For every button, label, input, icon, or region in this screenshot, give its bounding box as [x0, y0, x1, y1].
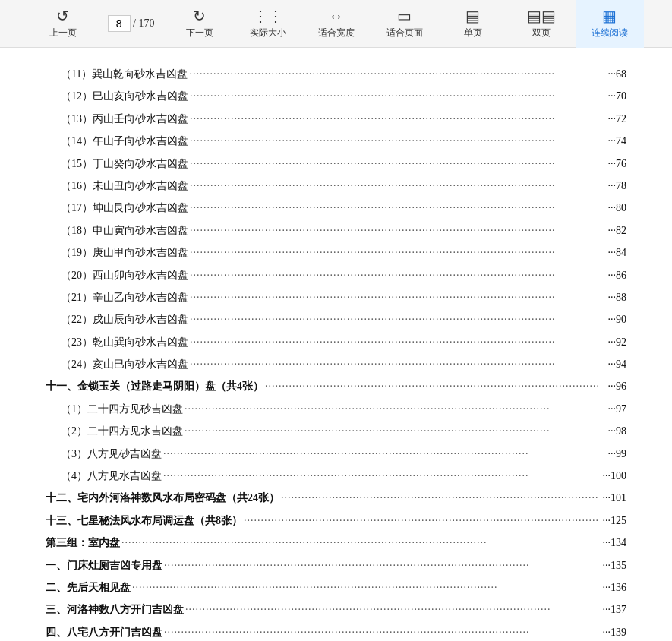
toc-page: ···137 [600, 598, 626, 620]
toc-text: （12）巳山亥向砂水吉凶盘 [46, 85, 188, 107]
toc-text: （2）二十四方见水吉凶盘 [46, 420, 183, 442]
toc-dots: ········································… [190, 175, 598, 197]
toc-text: 十三、七星秘法风水布局调运盘（共8张） [46, 510, 242, 532]
toc-page: ···101 [600, 487, 626, 509]
toc-dots: ········································… [121, 532, 598, 554]
toc-page: ···70 [600, 85, 626, 107]
toc-dots: ········································… [190, 286, 598, 308]
single-page-button[interactable]: ▤ 单页 [439, 0, 507, 48]
toc-item: （4）八方见水吉凶盘······························… [46, 465, 626, 487]
toc-text: （16）未山丑向砂水吉凶盘 [46, 175, 188, 197]
toc-text: （19）庚山甲向砂水吉凶盘 [46, 242, 188, 264]
toc-text: （21）辛山乙向砂水吉凶盘 [46, 286, 188, 308]
toc-item: （15）丁山癸向砂水吉凶盘···························… [46, 153, 626, 175]
toc-item: （12）巳山亥向砂水吉凶盘···························… [46, 85, 626, 107]
toc-dots: ········································… [190, 85, 598, 107]
toc-dots: ········································… [190, 331, 598, 353]
toc-dots: ········································… [132, 576, 598, 598]
toc-dots: ········································… [190, 308, 598, 330]
prev-page-button[interactable]: ↺ 上一页 [29, 0, 97, 48]
next-page-button[interactable]: ↻ 下一页 [166, 0, 234, 48]
toc-page: ···78 [600, 175, 626, 197]
toc-page: ···76 [600, 153, 626, 175]
toc-item: （2）二十四方见水吉凶盘····························… [46, 420, 626, 442]
toc-text: 四、八宅八方开门吉凶盘 [46, 621, 162, 641]
toc-text: 第三组：室内盘 [46, 532, 120, 554]
single-page-icon: ▤ [465, 8, 480, 24]
fit-page-button[interactable]: ▭ 适合页面 [371, 0, 439, 48]
double-page-icon: ▤▤ [527, 8, 556, 24]
toc-text: （23）乾山巽向砂水吉凶盘 [46, 331, 188, 353]
prev-icon: ↺ [56, 8, 69, 24]
fit-page-icon: ▭ [397, 8, 412, 24]
toc-page: ···99 [600, 443, 626, 465]
content-area: （11）巽山乾向砂水吉凶盘···························… [0, 48, 672, 641]
toc-text: 三、河洛神数八方开门吉凶盘 [46, 598, 184, 620]
page-separator: / [131, 17, 139, 30]
toc-item: （24）亥山巳向砂水吉凶盘···························… [46, 353, 626, 375]
toc-text: （22）戌山辰向砂水吉凶盘 [46, 308, 188, 330]
toc-item: （18）申山寅向砂水吉凶盘···························… [46, 219, 626, 242]
toc-item: （23）乾山巽向砂水吉凶盘···························… [46, 331, 626, 353]
toc-page: ···125 [600, 510, 626, 532]
toc-text: （20）西山卯向砂水吉凶盘 [46, 264, 188, 286]
toc-dots: ········································… [265, 375, 598, 397]
toc-dots: ········································… [190, 353, 598, 375]
toc-dots: ········································… [163, 465, 598, 487]
actual-size-button[interactable]: ⋮⋮ 实际大小 [234, 0, 302, 48]
toc-item: （19）庚山甲向砂水吉凶盘···························… [46, 242, 626, 264]
continuous-read-button[interactable]: ▦ 连续阅读 [576, 0, 644, 48]
toc-item: 十二、宅内外河洛神数风水布局密码盘（共24张）·················… [46, 487, 626, 509]
toc-dots: ········································… [164, 621, 598, 641]
total-pages: 170 [138, 17, 154, 30]
toc-item: 四、八宅八方开门吉凶盘·····························… [46, 621, 626, 641]
toc-text: 一、门床灶厕吉凶专用盘 [46, 554, 162, 576]
toc-page: ···98 [600, 420, 626, 442]
toc-text: 十一、金锁玉关（过路走马阴阳）盘（共4张） [46, 375, 263, 397]
toc-item: 十三、七星秘法风水布局调运盘（共8张）·····················… [46, 510, 626, 532]
page-input[interactable] [108, 15, 131, 32]
toc-page: ···74 [600, 130, 626, 152]
fit-width-button[interactable]: ↔ 适合宽度 [302, 0, 371, 48]
next-icon: ↻ [193, 8, 206, 24]
toc-dots: ········································… [185, 598, 598, 620]
toc-text: （1）二十四方见砂吉凶盘 [46, 398, 183, 420]
toc-text: （3）八方见砂吉凶盘 [46, 443, 162, 465]
toc-text: （15）丁山癸向砂水吉凶盘 [46, 153, 188, 175]
toc-item: （16）未山丑向砂水吉凶盘···························… [46, 175, 626, 197]
toc-page: ···86 [600, 264, 626, 286]
toc-item: 第三组：室内盘·································… [46, 532, 626, 554]
toc-item: （3）八方见砂吉凶盘······························… [46, 443, 626, 465]
toc-item: （22）戌山辰向砂水吉凶盘···························… [46, 308, 626, 330]
toc-dots: ········································… [185, 398, 598, 420]
continuous-icon: ▦ [602, 8, 617, 24]
toc-item: （17）坤山艮向砂水吉凶盘···························… [46, 197, 626, 219]
toc-page: ···135 [600, 554, 626, 576]
toc-dots: ········································… [190, 264, 598, 286]
toc-page: ···136 [600, 576, 626, 598]
toc-item: （20）西山卯向砂水吉凶盘···························… [46, 264, 626, 286]
toc-item: （11）巽山乾向砂水吉凶盘···························… [46, 63, 626, 85]
toc-page: ···94 [600, 353, 626, 375]
toc-item: （13）丙山壬向砂水吉凶盘···························… [46, 108, 626, 130]
toc-dots: ········································… [281, 487, 598, 509]
toc-dots: ········································… [190, 242, 598, 264]
toc-page: ···72 [600, 108, 626, 130]
toc-item: （14）午山子向砂水吉凶盘···························… [46, 130, 626, 152]
page-indicator: / 170 [97, 0, 166, 48]
toc-item: 二、先后天相见盘································… [46, 576, 626, 598]
toc-dots: ········································… [244, 510, 598, 532]
toc-text: （24）亥山巳向砂水吉凶盘 [46, 353, 188, 375]
actual-size-icon: ⋮⋮ [253, 8, 283, 24]
double-page-button[interactable]: ▤▤ 双页 [507, 0, 576, 48]
toc-page: ···134 [600, 532, 626, 554]
toc-text: （17）坤山艮向砂水吉凶盘 [46, 197, 188, 219]
toc-item: （21）辛山乙向砂水吉凶盘···························… [46, 286, 626, 308]
toc-page: ···100 [600, 465, 626, 487]
toc-item: 三、河洛神数八方开门吉凶盘···························… [46, 598, 626, 620]
toc-dots: ········································… [190, 219, 598, 242]
toc-item: 十一、金锁玉关（过路走马阴阳）盘（共4张）···················… [46, 375, 626, 397]
toc-page: ···92 [600, 331, 626, 353]
toc-page: ···96 [600, 375, 626, 397]
toc-page: ···82 [600, 219, 626, 242]
